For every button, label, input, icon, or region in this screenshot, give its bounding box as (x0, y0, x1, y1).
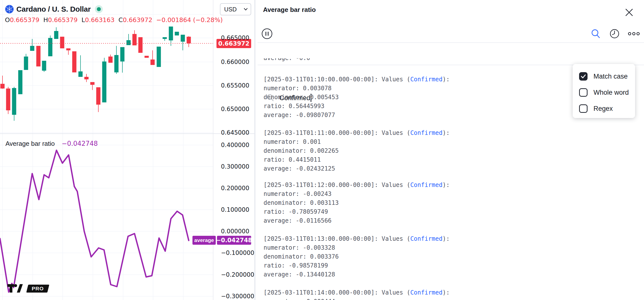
log-entry-header: [2025-03-11T01:11:00.000-00:00]: Values … (264, 128, 450, 137)
tradingview-window: Cardano / U. S. Dollar O0.665379H0.66537… (0, 0, 644, 300)
axis-tick-label: −0.100000 (221, 249, 254, 257)
checkbox-checked-icon[interactable] (579, 72, 588, 81)
pine-logs-panel: Average bar ratio (258, 0, 644, 300)
symbol-title: Cardano / U. S. Dollar (16, 5, 91, 14)
log-entries-list: [2025-03-11T01:10:00.000-00:00]: Values … (264, 0, 635, 300)
log-status-confirmed: Confirmed (410, 181, 442, 188)
currency-dropdown[interactable]: USD (220, 3, 251, 15)
log-value-line: average: -0.0116566 (264, 216, 450, 225)
cardano-logo-icon (5, 5, 14, 14)
log-value-line: denominator: 0.003376 (264, 252, 450, 261)
high-label: H (43, 16, 48, 24)
log-entry: [2025-03-11T01:14:00.000-00:00]: Values … (264, 288, 450, 300)
average-value-tag: −0.042748 (217, 236, 251, 245)
checkbox-unchecked-icon[interactable] (579, 104, 588, 113)
pro-badge: PRO (26, 285, 49, 292)
market-status-icon (94, 5, 103, 14)
menu-item-regex[interactable]: Regex (573, 102, 635, 116)
log-entry: [2025-03-11T01:13:00.000-00:00]: Values … (264, 234, 450, 279)
axis-tick-label: −0.200000 (221, 271, 254, 278)
close-label: C (118, 16, 122, 24)
log-value-line: ratio: -0.78059749 (264, 207, 450, 216)
indicator-name[interactable]: Average bar ratio (6, 140, 55, 147)
log-value-line: numerator: -0.000444 (264, 297, 450, 300)
ohlc-values: O0.665379H0.665379L0.663163C0.663972−0.0… (5, 16, 227, 24)
low-label: L (82, 16, 85, 24)
log-value-line: numerator: 0.001 (264, 137, 450, 146)
change-value: −0.001864 (−0.28%) (156, 16, 223, 24)
indicator-value: −0.042748 (62, 140, 98, 147)
axis-tick-label: 0.400000 (221, 141, 250, 149)
tradingview-pro-logo[interactable]: PRO (8, 284, 48, 293)
axis-tick-label: 0.200000 (221, 184, 250, 192)
chart-area: Cardano / U. S. Dollar O0.665379H0.66537… (0, 0, 258, 300)
log-entry-header: [2025-03-11T01:13:00.000-00:00]: Values … (264, 234, 450, 243)
currency-label: USD (224, 6, 237, 13)
log-entry-header: [2025-03-11T01:10:00.000-00:00]: Values … (264, 75, 450, 84)
menu-item-label: Whole word (594, 89, 629, 96)
log-status-confirmed: Confirmed (410, 129, 442, 136)
axis-tick-label: 0.100000 (221, 206, 250, 213)
open-value: 0.665379 (10, 16, 40, 24)
log-value-line: ratio: 0.4415011 (264, 155, 450, 164)
log-value-line: denominator: 0.005453 (264, 93, 450, 102)
axis-tick-label: 0.665000 (221, 34, 250, 42)
log-value-line: denominator: 0.003113 (264, 198, 450, 207)
search-options-menu: Match caseWhole wordRegex (573, 64, 635, 118)
log-entry: [2025-03-11T01:12:00.000-00:00]: Values … (264, 180, 450, 225)
log-value-line: average: -0.13440128 (264, 270, 450, 279)
log-status-confirmed: Confirmed (410, 76, 442, 83)
indicator-legend[interactable]: Average bar ratio−0.042748 (6, 140, 98, 148)
axis-tick-label: 0.300000 (221, 163, 250, 170)
log-value-line: average: -0.02432125 (264, 164, 450, 173)
log-value-line: ratio: 0.56445993 (264, 102, 450, 111)
axis-tick-label: 0.655000 (221, 82, 250, 89)
low-value: 0.663163 (85, 16, 114, 24)
log-value-line: denominator: 0.002265 (264, 146, 450, 155)
log-value-line: average: -0.09807077 (264, 111, 450, 120)
log-entry: [2025-03-11T01:11:00.000-00:00]: Values … (264, 128, 450, 173)
open-label: O (5, 16, 10, 24)
axis-tick-label: −0.300000 (221, 292, 254, 300)
average-series-tag: average (192, 236, 216, 245)
menu-item-label: Match case (594, 73, 628, 80)
close-value: 0.663972 (123, 16, 152, 24)
menu-item-match-case[interactable]: Match case (573, 69, 635, 83)
chevron-down-icon (244, 8, 248, 11)
checkbox-unchecked-icon[interactable] (579, 88, 588, 97)
log-entry: [2025-03-11T01:10:00.000-00:00]: Values … (264, 75, 450, 120)
menu-item-label: Regex (594, 105, 613, 113)
tradingview-logo-icon (8, 284, 26, 293)
axis-tick-label: 0.660000 (221, 58, 250, 66)
panel-divider (255, 0, 255, 300)
axis-tick-label: 0.650000 (221, 105, 250, 113)
log-status-confirmed: Confirmed (410, 235, 442, 242)
log-entry-header: [2025-03-11T01:12:00.000-00:00]: Values … (264, 180, 450, 189)
axis-tick-label: 0.645000 (221, 129, 250, 136)
log-status-confirmed: Confirmed (410, 289, 442, 296)
log-value-line: numerator: -0.003328 (264, 243, 450, 252)
log-value-line: numerator: -0.00243 (264, 189, 450, 198)
log-entry-header: [2025-03-11T01:14:00.000-00:00]: Values … (264, 288, 450, 297)
axis-tick-label: 0.000000 (221, 228, 250, 235)
log-value-line: numerator: 0.003078 (264, 84, 450, 93)
menu-item-whole-word[interactable]: Whole word (573, 86, 635, 99)
log-value-line: ratio: -0.98578199 (264, 261, 450, 270)
high-value: 0.665379 (48, 16, 78, 24)
symbol-legend[interactable]: Cardano / U. S. Dollar (5, 4, 103, 14)
